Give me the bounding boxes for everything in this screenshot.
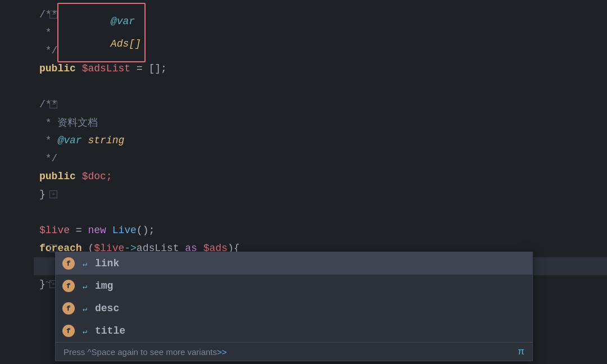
ac-icon-f-4: f [62,325,75,337]
footer-text: Press ^Space again to see more variants [64,347,217,357]
code-editor: − /** * @var Ads[] */ public $adsList [0,0,607,364]
fold-icon-6[interactable]: − [49,101,57,108]
line-13: $live = new Live (); [34,221,607,239]
gutter-6: − [34,101,65,108]
fold-icon-1[interactable]: − [49,11,57,19]
ac-label-img: img [95,280,113,292]
keyword-public-1: public [39,63,76,74]
ac-label-link: link [95,258,119,269]
autocomplete-item-img[interactable]: f ↵ img [56,275,532,297]
footer-link[interactable]: >> [217,347,227,357]
keyword-new: new [88,225,106,236]
fold-icon-14[interactable]: − [49,244,57,252]
line-7: * 资料文档 [34,113,607,131]
line-6: − /** [34,95,607,113]
comment-chinese: * 资料文档 [39,116,98,129]
pi-symbol: π [518,346,524,357]
type-string: string [88,135,124,146]
ac-icon-prop-4: ↵ [80,326,89,335]
line-11: + } [34,185,607,203]
line-9: */ [34,149,607,167]
var-adslist: $adsList [82,63,130,74]
var-live: $live [39,225,70,236]
autocomplete-item-title[interactable]: f ↵ title [56,320,532,342]
line-12 [34,203,607,221]
autocomplete-footer: Press ^Space again to see more variants … [56,342,532,361]
line-10: public $doc; [34,167,607,185]
keyword-public-2: public [39,171,76,182]
ac-icon-f-1: f [62,257,75,270]
ac-icon-f-2: f [62,280,75,292]
ac-label-desc: desc [95,303,119,314]
at-var: @var [111,16,135,27]
gutter-14: − [34,244,65,252]
autocomplete-item-desc[interactable]: f ↵ desc [56,297,532,320]
gutter-11: + [34,190,65,198]
comment-close-2: */ [39,153,57,164]
class-live: Live [112,225,137,236]
at-var-2: @var [57,135,81,146]
fold-icon-11[interactable]: + [49,190,57,198]
line-4: public $adsList = []; [34,60,607,78]
line-3: */ [34,42,607,60]
comment-star-2: * [39,27,57,38]
autocomplete-dropdown: f ↵ link f ↵ img f ↵ desc f ↵ title Pres… [55,252,533,361]
ac-icon-prop-2: ↵ [80,281,89,290]
comment-star-8: * [39,135,57,146]
ac-icon-prop-1: ↵ [80,259,89,268]
ac-icon-f-3: f [62,302,75,315]
comment-close-1: */ [39,45,57,56]
code-area: − /** * @var Ads[] */ public $adsList [0,6,607,293]
autocomplete-item-link[interactable]: f ↵ link [56,252,532,275]
ac-icon-prop-3: ↵ [80,304,89,313]
var-doc: $doc; [82,171,112,182]
line-5 [34,78,607,95]
ac-label-title: title [95,325,125,336]
line-2: * @var Ads[] [34,24,607,42]
line-8: * @var string [34,131,607,149]
